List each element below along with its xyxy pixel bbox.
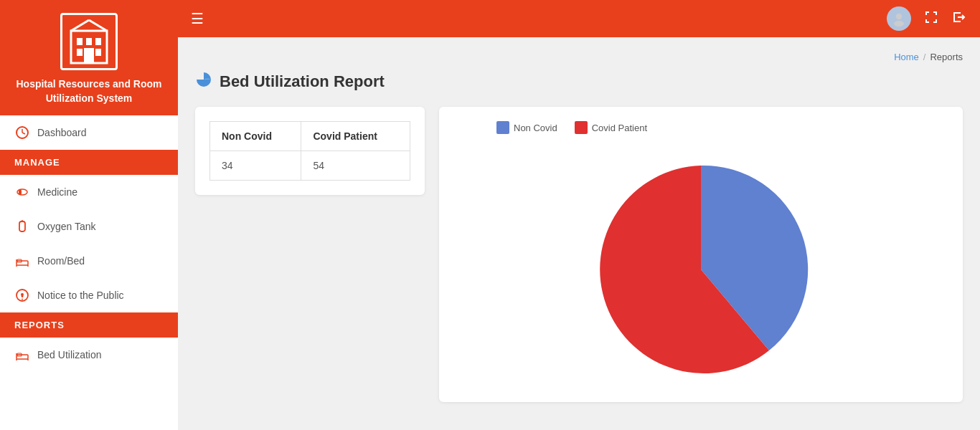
utilization-table: Non Covid Covid Patient 34 54	[209, 121, 410, 181]
col-non-covid: Non Covid	[210, 122, 301, 151]
data-table-card: Non Covid Covid Patient 34 54	[195, 107, 425, 195]
hamburger-button[interactable]: ☰	[191, 10, 204, 27]
legend-non-covid: Non Covid	[496, 121, 557, 134]
medicine-icon	[14, 184, 30, 200]
page-title: Bed Utilization Report	[195, 71, 963, 92]
svg-rect-2	[86, 38, 92, 45]
table-row: 34 54	[210, 151, 410, 181]
col-covid-patient: Covid Patient	[301, 122, 410, 151]
sidebar: Hospital Resources and Room Utilization …	[0, 0, 178, 430]
dashboard-icon	[14, 125, 30, 140]
svg-point-27	[894, 21, 904, 27]
svg-point-26	[896, 14, 902, 19]
legend-covid-label: Covid Patient	[592, 123, 647, 133]
sidebar-navigation: Dashboard MANAGE Medicine	[0, 115, 178, 430]
legend-covid-dot	[575, 121, 588, 134]
notice-icon	[14, 287, 30, 303]
chart-card: Non Covid Covid Patient	[439, 107, 963, 402]
sidebar-logo: Hospital Resources and Room Utilization …	[0, 0, 178, 115]
sidebar-item-notice-label: Notice to the Public	[37, 290, 124, 301]
sidebar-item-oxygen-tank[interactable]: Oxygen Tank	[0, 209, 178, 244]
sidebar-item-dashboard-label: Dashboard	[37, 127, 87, 138]
sidebar-item-room-bed-label: Room/Bed	[37, 255, 85, 267]
non-covid-value: 34	[210, 151, 301, 181]
svg-line-7	[71, 20, 89, 31]
chart-legend: Non Covid Covid Patient	[496, 121, 647, 134]
bed-utilization-icon	[14, 347, 30, 363]
svg-rect-14	[17, 261, 28, 265]
app-logo-icon	[60, 13, 118, 70]
user-avatar[interactable]	[887, 6, 911, 31]
svg-rect-4	[77, 49, 83, 56]
fullscreen-icon[interactable]	[924, 10, 938, 28]
oxygen-tank-icon	[14, 219, 30, 234]
app-name: Hospital Resources and Room Utilization …	[7, 77, 171, 105]
logout-icon[interactable]	[951, 9, 967, 29]
sidebar-item-bed-utilization-label: Bed Utilization	[37, 349, 102, 360]
content-row: Non Covid Covid Patient 34 54	[195, 107, 963, 402]
sidebar-item-bed-utilization[interactable]: Bed Utilization	[0, 338, 178, 372]
main-area: ☰	[178, 0, 980, 430]
svg-rect-6	[84, 48, 94, 63]
breadcrumb: Home / Reports	[195, 52, 963, 62]
sidebar-item-oxygen-tank-label: Oxygen Tank	[37, 221, 95, 232]
breadcrumb-current: Reports	[930, 52, 963, 62]
topbar-icons	[887, 6, 967, 31]
svg-rect-3	[95, 38, 101, 45]
sidebar-item-notice[interactable]: Notice to the Public	[0, 278, 178, 312]
pie-chart-container	[565, 144, 837, 388]
pie-chart	[565, 144, 837, 388]
topbar: ☰	[178, 0, 980, 37]
legend-non-covid-dot	[496, 121, 509, 134]
legend-covid: Covid Patient	[575, 121, 647, 134]
legend-non-covid-label: Non Covid	[514, 123, 557, 133]
svg-rect-5	[95, 49, 101, 56]
sidebar-item-room-bed[interactable]: Room/Bed	[0, 244, 178, 278]
svg-point-20	[22, 299, 23, 300]
svg-rect-1	[77, 38, 83, 45]
bed-icon	[14, 253, 30, 269]
covid-patient-value: 54	[301, 151, 410, 181]
page-title-icon	[195, 71, 212, 92]
sidebar-section-reports: REPORTS	[0, 312, 178, 338]
page-title-text: Bed Utilization Report	[220, 72, 385, 91]
sidebar-item-dashboard[interactable]: Dashboard	[0, 115, 178, 150]
content-area: Home / Reports Bed Utilization Report No	[178, 37, 980, 430]
svg-rect-11	[19, 189, 22, 195]
svg-line-8	[89, 20, 107, 31]
breadcrumb-separator: /	[923, 52, 926, 62]
sidebar-item-medicine[interactable]: Medicine	[0, 175, 178, 209]
sidebar-item-medicine-label: Medicine	[37, 186, 77, 198]
svg-rect-21	[17, 355, 28, 359]
svg-rect-12	[19, 221, 25, 231]
sidebar-section-manage: MANAGE	[0, 150, 178, 175]
breadcrumb-home[interactable]: Home	[894, 52, 919, 62]
